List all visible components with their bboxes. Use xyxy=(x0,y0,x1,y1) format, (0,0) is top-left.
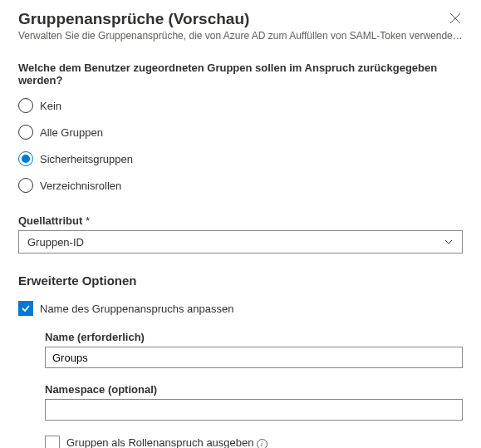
groups-radio-group: Kein Alle Gruppen Sicherheitsgruppen Ver… xyxy=(18,98,463,193)
advanced-options-heading: Erweiterte Optionen xyxy=(18,273,463,288)
source-attribute-label: Quellattribut * xyxy=(18,214,463,227)
panel-title: Gruppenansprüche (Vorschau) xyxy=(18,10,249,28)
close-icon xyxy=(449,12,461,24)
radio-icon-selected xyxy=(18,151,33,166)
radio-label: Verzeichnisrollen xyxy=(40,180,121,192)
checkbox-icon xyxy=(45,436,60,448)
radio-label: Kein xyxy=(40,100,61,112)
select-value: Gruppen-ID xyxy=(27,236,84,249)
name-field-label: Name (erforderlich) xyxy=(45,331,463,343)
info-icon[interactable]: i xyxy=(257,439,267,448)
panel-subtitle: Verwalten Sie die Gruppenansprüche, die … xyxy=(18,30,463,42)
checkbox-icon-checked xyxy=(18,301,33,316)
source-attribute-select[interactable]: Gruppen-ID xyxy=(18,230,463,254)
namespace-field-label: Namespace (optional) xyxy=(45,383,463,396)
namespace-input[interactable] xyxy=(45,399,463,421)
chevron-down-icon xyxy=(444,237,454,247)
name-input[interactable] xyxy=(45,347,463,368)
radio-label: Sicherheitsgruppen xyxy=(40,153,133,165)
radio-option-none[interactable]: Kein xyxy=(18,98,463,113)
close-button[interactable] xyxy=(448,10,463,28)
customize-group-claim-name-checkbox[interactable]: Name des Gruppenanspruchs anpassen xyxy=(18,301,463,316)
checkbox-label: Name des Gruppenanspruchs anpassen xyxy=(40,303,233,315)
groups-question: Welche dem Benutzer zugeordneten Gruppen… xyxy=(18,62,463,86)
radio-label: Alle Gruppen xyxy=(40,126,103,139)
emit-groups-as-role-checkbox[interactable]: Gruppen als Rollenanspruch ausgebeni xyxy=(45,436,463,448)
checkbox-label: Gruppen als Rollenanspruch ausgebeni xyxy=(66,436,267,448)
radio-icon xyxy=(18,125,33,140)
radio-icon xyxy=(18,98,33,113)
checkmark-icon xyxy=(21,303,31,313)
radio-option-security-groups[interactable]: Sicherheitsgruppen xyxy=(18,151,463,166)
radio-option-directory-roles[interactable]: Verzeichnisrollen xyxy=(18,178,463,193)
radio-option-all-groups[interactable]: Alle Gruppen xyxy=(18,125,463,140)
radio-icon xyxy=(18,178,33,193)
